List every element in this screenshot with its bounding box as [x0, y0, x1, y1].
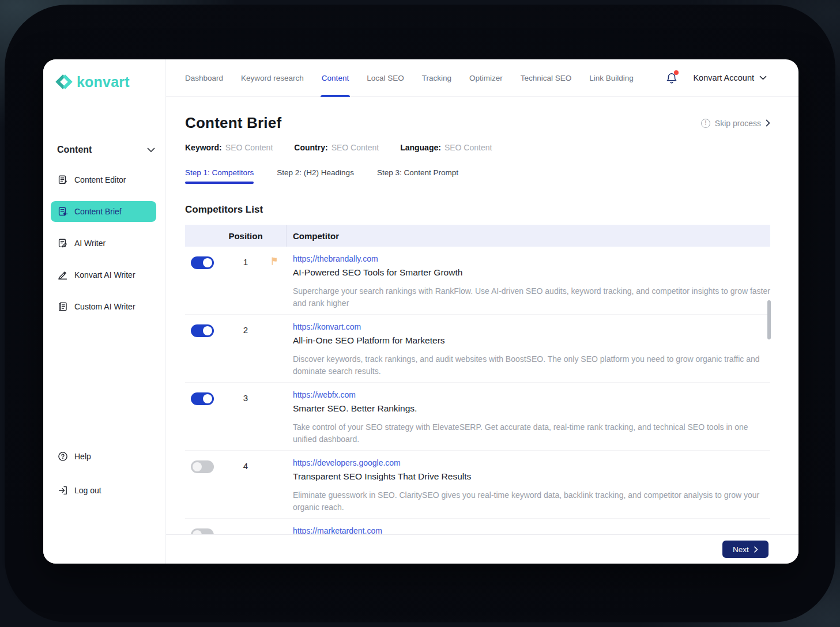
row-toggle[interactable]: [191, 528, 214, 534]
row-toggle[interactable]: [191, 256, 214, 269]
position-column-header: Position: [228, 231, 263, 241]
competitor-url-link[interactable]: https://developers.google.com: [293, 458, 401, 467]
topnav-right: Konvart Account: [665, 71, 767, 85]
sidebar-section-label: Content: [57, 145, 92, 155]
nav-item-content[interactable]: Content: [322, 59, 349, 97]
competitor-url-link[interactable]: https://marketardent.com: [293, 526, 382, 534]
sidebar-item-label: Custom AI Writer: [74, 302, 135, 311]
page-title: Content Brief: [185, 114, 281, 132]
notifications-bell-icon[interactable]: [665, 71, 678, 85]
step-tab-1[interactable]: Step 1: Competitors: [185, 168, 254, 184]
sidebar-item-label: Content Brief: [74, 207, 122, 216]
sidebar-item-content-brief[interactable]: Content Brief: [51, 201, 156, 222]
competitor-cell: https://konvart.comAll-in-One SEO Platfo…: [286, 315, 770, 382]
row-toggle[interactable]: [191, 460, 214, 473]
toggle-cell: [185, 247, 228, 314]
row-toggle[interactable]: [191, 324, 214, 337]
competitor-url-link[interactable]: https://konvart.com: [293, 322, 361, 331]
step-tab-2[interactable]: Step 2: (H2) Headings: [277, 168, 354, 184]
step-tabs: Step 1: CompetitorsStep 2: (H2) Headings…: [185, 168, 770, 184]
main-area: DashboardKeyword researchContentLocal SE…: [166, 59, 798, 564]
topnav-items: DashboardKeyword researchContentLocal SE…: [185, 59, 634, 97]
next-button[interactable]: Next: [722, 541, 769, 558]
competitors-table: Position Competitor 1https;//thebrandall…: [185, 225, 770, 534]
nav-item-label: Keyword research: [241, 74, 304, 82]
meta-value: SEO Content: [225, 143, 273, 152]
nav-item-label: Optimizer: [469, 74, 503, 82]
nav-item-technical-seo[interactable]: Technical SEO: [521, 59, 572, 97]
sidebar-item-ai-writer[interactable]: AI Writer: [51, 233, 156, 254]
sidebar-item-konvart-ai-writer[interactable]: Konvart AI Writer: [51, 265, 156, 285]
competitor-title: Smarter SEO. Better Rankings.: [293, 403, 770, 414]
nav-item-label: Link Building: [589, 74, 634, 82]
skip-process-button[interactable]: ! Skip process: [701, 119, 770, 128]
competitor-description: Eliminate guesswork in SEO. ClaritySEO g…: [293, 489, 770, 513]
position-value: 2: [228, 315, 263, 382]
nav-item-tracking[interactable]: Tracking: [422, 59, 451, 97]
competitor-title: All-in-One SEO Platform for Marketers: [293, 335, 770, 346]
competitor-cell: https://marketardent.com: [286, 519, 770, 534]
sidebar-item-custom-ai-writer[interactable]: Custom AI Writer: [51, 296, 156, 317]
sidebar-footer-items: HelpLog out: [43, 446, 165, 501]
account-menu[interactable]: Konvart Account: [693, 73, 767, 82]
competitor-url-link[interactable]: https;//thebrandally.com: [293, 254, 378, 263]
konvart-ai-writer-icon: [58, 270, 68, 280]
meta-value: SEO Content: [332, 143, 379, 152]
meta-label: Country:: [294, 143, 327, 152]
content-area: Content Brief ! Skip process Keyword:SEO…: [166, 97, 798, 534]
meta-language: Language:SEO Content: [400, 142, 492, 153]
meta-label: Language:: [400, 143, 441, 152]
sidebar-section-content[interactable]: Content: [57, 145, 155, 155]
position-value: 3: [228, 383, 263, 450]
position-value: 1: [228, 247, 263, 314]
sidebar-item-log-out[interactable]: Log out: [51, 480, 156, 501]
content-brief-icon: [58, 206, 68, 217]
nav-item-optimizer[interactable]: Optimizer: [469, 59, 503, 97]
step-tab-3[interactable]: Step 3: Content Prompt: [377, 168, 458, 184]
table-rows: 1https;//thebrandally.comAI-Powered SEO …: [185, 247, 770, 534]
scrollbar-thumb[interactable]: [767, 300, 771, 339]
nav-item-label: Technical SEO: [521, 74, 572, 82]
konvart-logo-icon: [55, 73, 73, 90]
step-tab-label: Step 3: Content Prompt: [377, 168, 458, 177]
table-row: 2https://konvart.comAll-in-One SEO Platf…: [185, 315, 770, 383]
flag-cell: [263, 451, 286, 518]
sidebar-item-label: AI Writer: [74, 239, 106, 248]
nav-item-dashboard[interactable]: Dashboard: [185, 59, 223, 97]
nav-item-label: Dashboard: [185, 74, 223, 82]
competitor-url-link[interactable]: https://webfx.com: [293, 390, 356, 399]
nav-item-label: Content: [322, 74, 349, 82]
row-toggle[interactable]: [191, 392, 214, 405]
competitor-description: Supercharge your search rankings with Ra…: [293, 285, 770, 309]
competitor-cell: https://webfx.comSmarter SEO. Better Ran…: [286, 383, 770, 450]
flag-icon[interactable]: [270, 256, 279, 266]
info-icon: !: [701, 119, 710, 128]
sidebar-item-help[interactable]: Help: [51, 446, 156, 467]
next-button-label: Next: [733, 545, 749, 554]
logo[interactable]: konvart: [55, 73, 130, 90]
competitor-description: Take control of your SEO strategy with E…: [293, 421, 770, 445]
step-tab-label: Step 1: Competitors: [185, 168, 254, 177]
table-row: https://marketardent.com: [185, 519, 770, 534]
competitor-title: Transparent SEO Insights That Drive Resu…: [293, 471, 770, 482]
nav-item-link-building[interactable]: Link Building: [589, 59, 634, 97]
nav-item-keyword-research[interactable]: Keyword research: [241, 59, 304, 97]
toggle-cell: [185, 451, 228, 518]
sidebar-item-content-editor[interactable]: Content Editor: [51, 169, 156, 190]
meta-keyword: Keyword:SEO Content: [185, 142, 273, 153]
sidebar-item-label: Content Editor: [74, 175, 126, 184]
flag-cell: [263, 383, 286, 450]
step-tab-label: Step 2: (H2) Headings: [277, 168, 354, 177]
nav-item-local-seo[interactable]: Local SEO: [367, 59, 404, 97]
table-row: 4https://developers.google.comTransparen…: [185, 451, 770, 519]
competitor-cell: https;//thebrandally.comAI-Powered SEO T…: [286, 247, 770, 314]
meta-country: Country:SEO Content: [294, 142, 379, 153]
content-editor-icon: [58, 175, 68, 185]
logout-icon: [58, 485, 68, 496]
table-row: 1https;//thebrandally.comAI-Powered SEO …: [185, 247, 770, 315]
sidebar-item-label: Konvart AI Writer: [74, 270, 135, 279]
nav-item-label: Tracking: [422, 74, 451, 82]
flag-cell: [263, 247, 286, 314]
account-label: Konvart Account: [693, 73, 754, 82]
table-header: Position Competitor: [185, 225, 770, 247]
